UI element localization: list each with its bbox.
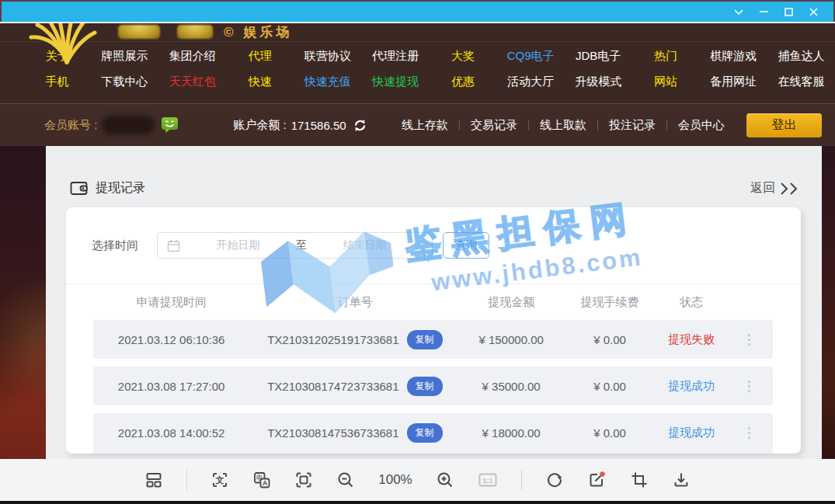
ocr-text-scan-icon[interactable]: 文 [210,471,229,489]
nav-mobile[interactable]: 手机 [23,75,91,89]
svg-text:文: 文 [215,475,224,485]
cell-order: TX210308147536733681 复制 [249,423,460,443]
table-row: 2021.03.08 17:27:00 TX210308174723733681… [93,367,773,405]
header-status: 状态 [657,295,725,310]
nav-group-intro[interactable]: 集团介绍 [158,49,226,64]
records-table: 申请提现时间 订单号 提现金额 提现手续费 状态 2021.03.12 06:1… [66,283,801,452]
nav-jackpot[interactable]: 大奖 [429,49,496,64]
nav-download-center[interactable]: 下载中心 [91,75,158,89]
download-icon[interactable] [672,471,691,489]
cell-time: 2021.03.08 14:00:52 [93,426,249,440]
sunburst-logo-icon [22,23,107,65]
back-link[interactable]: 返回 [750,180,800,196]
zoom-in-icon[interactable] [436,471,454,489]
account-bar: 会员账号 : 账户余额 : 171586.50 线上存款 [0,103,835,146]
nav-fast[interactable]: 快速 [226,75,294,89]
nav-red-packet[interactable]: 天天红包 [158,75,226,89]
cell-amount: ¥ 35000.00 [461,380,562,393]
row-menu-dots-icon[interactable] [725,381,773,392]
end-date-placeholder[interactable]: 结束日期 [307,238,423,252]
link-bet-records[interactable]: 投注记录 [598,118,666,133]
header-amount: 提现金额 [461,295,562,310]
nav-cq9[interactable]: CQ9电子 [497,49,565,64]
logout-button[interactable]: 登出 [746,113,822,137]
fit-fullscreen-icon[interactable] [294,471,313,489]
brand-glyph-fragment [177,25,213,39]
cell-fee: ¥ 0.00 [562,333,658,346]
close-icon[interactable] [801,2,826,21]
nav-agent-register[interactable]: 代理注册 [361,49,429,64]
calendar-icon [167,239,180,252]
withdraw-records-panel: 提现记录 返回 选择时间 [46,146,822,459]
logo-row: © 娱乐场 [0,23,835,42]
row-menu-dots-icon[interactable] [725,427,773,439]
nav-fast-deposit[interactable]: 快速充值 [294,75,361,89]
start-date-placeholder[interactable]: 开始日期 [180,238,296,252]
maximize-icon[interactable] [776,2,801,21]
member-info: 会员账号 : 账户余额 : 171586.50 [0,116,367,134]
zoom-level-value: 100% [378,472,412,488]
cell-order: TX210308174723733681 复制 [249,377,460,396]
nav-fishing[interactable]: 捕鱼达人 [767,49,835,64]
chat-icon[interactable] [161,116,179,134]
copy-button[interactable]: 复制 [407,377,443,396]
balance-value: 171586.50 [291,119,346,132]
balance-label: 账户余额 : [233,118,286,133]
translate-icon[interactable]: 电 A [252,471,271,489]
cell-amount: ¥ 18000.00 [461,426,562,440]
link-online-deposit[interactable]: 线上存款 [391,118,459,133]
edit-annotate-icon[interactable] [587,471,607,489]
nav-hot[interactable]: 热门 [632,49,700,64]
order-number: TX210308174723733681 [267,380,398,393]
one-to-one-icon[interactable]: 1:1 [478,471,498,489]
back-label: 返回 [750,180,775,196]
nav-website[interactable]: 网站 [632,75,700,89]
filter-row: 选择时间 开始日期 至 结束日期 查询 [66,207,801,259]
brand-suffix: © 娱乐场 [224,23,292,41]
nav-row-2: 手机 下载中心 天天红包 快速 快速充值 快速提现 优惠 活动大厅 升级模式 网… [0,75,835,89]
cell-fee: ¥ 0.00 [562,380,658,393]
cell-time: 2021.03.08 17:27:00 [93,380,249,393]
nav-jdb[interactable]: JDB电子 [565,49,632,64]
nav-upgrade-mode[interactable]: 升级模式 [565,75,632,89]
search-button[interactable]: 查询 [443,232,489,259]
refresh-balance-icon[interactable] [353,118,367,133]
link-member-center[interactable]: 会员中心 [667,118,736,133]
nav-online-service[interactable]: 在线客服 [767,75,835,89]
copy-button[interactable]: 复制 [407,330,443,349]
viewer-toolbar: 文 电 A 100% [0,459,835,501]
site-header: © 娱乐场 关于 牌照展示 集团介绍 代理 联营协议 代理注册 大奖 CQ9电子… [0,23,835,103]
brand-glyph-fragment [118,25,160,39]
link-online-withdraw[interactable]: 线上取款 [529,118,597,133]
row-menu-dots-icon[interactable] [725,334,773,346]
nav-agent[interactable]: 代理 [226,49,294,64]
nav-joint-agreement[interactable]: 联营协议 [294,49,361,64]
table-row: 2021.03.08 14:00:52 TX210308147536733681… [93,413,773,452]
nav-activity-hall[interactable]: 活动大厅 [497,75,565,89]
nav-promo[interactable]: 优惠 [429,75,496,89]
link-transaction-records[interactable]: 交易记录 [460,118,528,133]
nav-backup-url[interactable]: 备用网址 [700,75,767,89]
date-range-input[interactable]: 开始日期 至 结束日期 [157,232,433,259]
svg-text:A: A [263,479,267,487]
date-separator: 至 [296,238,307,252]
collapse-chevron-icon[interactable] [726,2,751,21]
nav-fast-withdraw[interactable]: 快速提现 [361,75,429,89]
cell-amount: ¥ 150000.00 [461,333,562,346]
balance: 账户余额 : 171586.50 [233,118,346,133]
status-badge: 提现成功 [657,379,725,394]
header-fee: 提现手续费 [562,295,658,310]
nav-row-1: 关于 牌照展示 集团介绍 代理 联营协议 代理注册 大奖 CQ9电子 JDB电子… [0,49,835,64]
records-card: 选择时间 开始日期 至 结束日期 查询 [66,207,801,454]
minimize-icon[interactable] [751,2,776,21]
copy-button[interactable]: 复制 [407,423,443,443]
rotate-icon[interactable] [545,471,564,489]
status-badge: 提现失败 [657,332,725,347]
table-row: 2021.03.12 06:10:36 TX210312025191733681… [93,320,773,359]
account-actions: 线上存款 交易记录 线上取款 投注记录 会员中心 登出 [391,113,835,137]
nav-board-games[interactable]: 棋牌游戏 [700,49,767,64]
panels-layout-icon[interactable] [144,471,163,489]
zoom-out-icon[interactable] [336,471,355,489]
crop-icon[interactable] [630,471,649,489]
filter-label: 选择时间 [92,238,138,253]
